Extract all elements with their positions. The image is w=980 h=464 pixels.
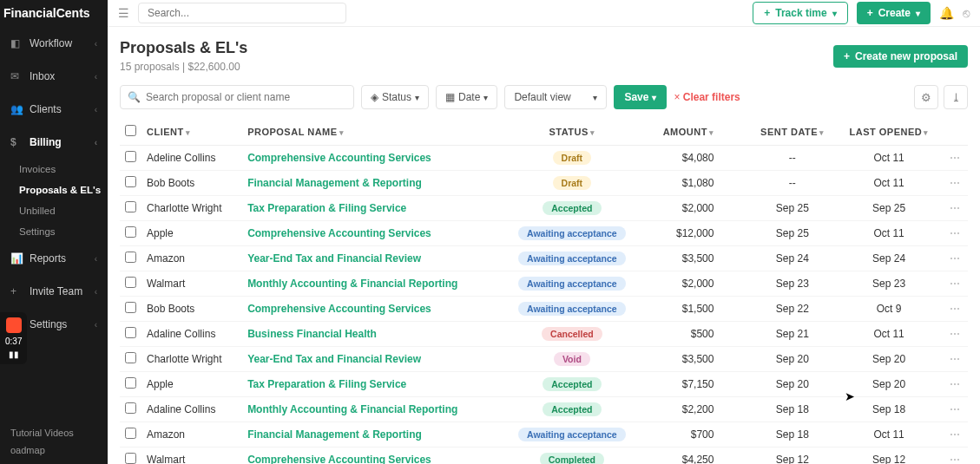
proposal-link[interactable]: Comprehensive Accounting Services xyxy=(247,152,431,164)
cell-sent: Sep 20 xyxy=(748,372,836,397)
proposal-link[interactable]: Business Financial Health xyxy=(247,328,377,340)
row-checkbox[interactable] xyxy=(125,428,136,439)
pause-icon[interactable]: ▮▮ xyxy=(9,350,19,359)
cell-amount: $4,080 xyxy=(641,146,749,171)
create-button[interactable]: +Create▾ xyxy=(857,2,931,24)
row-checkbox[interactable] xyxy=(125,302,136,313)
row-menu-button[interactable]: ⋯ xyxy=(942,322,968,347)
filter-date[interactable]: ▦Date▾ xyxy=(436,85,497,109)
cell-sent: Sep 20 xyxy=(748,347,836,372)
proposal-link[interactable]: Monthly Accounting & Financial Reporting xyxy=(247,403,457,415)
filter-search[interactable]: 🔍 xyxy=(120,85,354,109)
proposal-link[interactable]: Financial Management & Reporting xyxy=(247,428,422,441)
cell-amount: $12,000 xyxy=(641,221,749,246)
sidebar-item-billing[interactable]: $Billing‹ xyxy=(0,126,108,159)
row-checkbox[interactable] xyxy=(125,176,136,187)
col-sent[interactable]: SENT DATE▾ xyxy=(748,118,836,146)
cell-client: Charlotte Wright xyxy=(141,347,242,372)
row-menu-button[interactable]: ⋯ xyxy=(942,221,968,246)
screen-recorder[interactable]: 0:37 ▮▮ xyxy=(0,312,27,364)
sidebar-item-workflow[interactable]: ◧Workflow‹ xyxy=(0,27,108,60)
chevron-down-icon: ▾ xyxy=(483,93,488,102)
track-time-button[interactable]: +Track time▾ xyxy=(753,2,847,24)
tutorial-videos-link[interactable]: Tutorial Videos xyxy=(10,428,97,438)
row-menu-button[interactable]: ⋯ xyxy=(942,347,968,372)
sidebar-item-reports[interactable]: 📊Reports‹ xyxy=(0,242,108,275)
sort-icon: ▾ xyxy=(590,128,595,137)
sidebar-sub-invoices[interactable]: Invoices xyxy=(0,159,108,180)
sidebar-item-inbox[interactable]: ✉Inbox‹ xyxy=(0,60,108,93)
global-search-input[interactable] xyxy=(138,3,346,23)
sidebar-sub-unbilled[interactable]: Unbilled xyxy=(0,200,108,221)
sidebar-label: Settings xyxy=(30,318,67,330)
sidebar: ◧Workflow‹✉Inbox‹👥Clients‹$Billing‹Invoi… xyxy=(0,27,108,464)
proposal-link[interactable]: Financial Management & Reporting xyxy=(247,177,422,189)
record-icon xyxy=(6,317,22,333)
row-menu-button[interactable]: ⋯ xyxy=(942,422,968,448)
proposal-link[interactable]: Monthly Accounting & Financial Reporting xyxy=(247,278,457,290)
col-last[interactable]: LAST OPENED▾ xyxy=(836,118,942,146)
proposal-link[interactable]: Tax Preparation & Filing Service xyxy=(247,378,406,390)
row-menu-button[interactable]: ⋯ xyxy=(942,196,968,221)
sidebar-sub-settings[interactable]: Settings xyxy=(0,221,108,242)
logout-icon[interactable]: ⎋ xyxy=(963,6,970,20)
download-icon[interactable]: ⤓ xyxy=(944,85,968,109)
table-row: Adaline CollinsMonthly Accounting & Fina… xyxy=(120,397,968,422)
sidebar-item-invite-team[interactable]: +Invite Team‹ xyxy=(0,275,108,308)
row-menu-button[interactable]: ⋯ xyxy=(942,171,968,196)
sidebar-sub-proposals-el-s[interactable]: Proposals & EL's xyxy=(0,180,108,200)
proposal-link[interactable]: Comprehensive Accounting Services xyxy=(247,303,431,315)
col-client[interactable]: CLIENT▾ xyxy=(141,118,242,146)
row-checkbox[interactable] xyxy=(125,453,136,464)
cell-client: Charlotte Wright xyxy=(141,196,242,221)
cell-client: Walmart xyxy=(141,448,242,465)
select-all-checkbox[interactable] xyxy=(125,125,136,136)
cell-last: Oct 11 xyxy=(836,422,942,448)
status-badge: Awaiting acceptance xyxy=(518,226,626,240)
bell-icon[interactable]: 🔔 xyxy=(939,6,954,20)
row-menu-button[interactable]: ⋯ xyxy=(942,397,968,422)
row-checkbox[interactable] xyxy=(125,252,136,263)
row-checkbox[interactable] xyxy=(125,226,136,238)
cell-amount: $500 xyxy=(641,322,749,347)
row-checkbox[interactable] xyxy=(125,151,136,162)
cell-amount: $4,250 xyxy=(641,448,749,465)
row-menu-button[interactable]: ⋯ xyxy=(942,146,968,171)
row-menu-button[interactable]: ⋯ xyxy=(942,297,968,322)
row-checkbox[interactable] xyxy=(125,377,136,389)
cell-last: Oct 11 xyxy=(836,146,942,171)
row-checkbox[interactable] xyxy=(125,277,136,288)
filter-search-input[interactable] xyxy=(146,91,346,103)
menu-icon[interactable]: ☰ xyxy=(118,6,129,20)
row-menu-button[interactable]: ⋯ xyxy=(942,271,968,297)
save-button[interactable]: Save▾ xyxy=(614,85,667,109)
row-checkbox[interactable] xyxy=(125,352,136,363)
filter-status[interactable]: ◈Status▾ xyxy=(361,85,429,109)
proposal-link[interactable]: Year-End Tax and Financial Review xyxy=(247,252,421,265)
view-selector[interactable]: Default view▾ xyxy=(504,85,607,109)
cell-amount: $3,500 xyxy=(641,347,749,372)
settings-icon[interactable]: ⚙ xyxy=(914,85,938,109)
row-menu-button[interactable]: ⋯ xyxy=(942,246,968,271)
chevron-down-icon: ▾ xyxy=(916,9,920,18)
col-status[interactable]: STATUS▾ xyxy=(503,118,641,146)
col-proposal[interactable]: PROPOSAL NAME▾ xyxy=(242,118,503,146)
row-checkbox[interactable] xyxy=(125,327,136,338)
proposal-link[interactable]: Year-End Tax and Financial Review xyxy=(247,353,421,365)
row-checkbox[interactable] xyxy=(125,201,136,212)
col-amount[interactable]: AMOUNT▾ xyxy=(641,118,749,146)
clear-filters-button[interactable]: × Clear filters xyxy=(674,91,740,103)
proposal-link[interactable]: Comprehensive Accounting Services xyxy=(247,227,431,239)
roadmap-link[interactable]: oadmap xyxy=(10,445,97,455)
proposal-link[interactable]: Tax Preparation & Filing Service xyxy=(247,202,406,214)
row-menu-button[interactable]: ⋯ xyxy=(942,448,968,465)
proposal-link[interactable]: Comprehensive Accounting Services xyxy=(247,454,431,464)
row-checkbox[interactable] xyxy=(125,402,136,414)
row-menu-button[interactable]: ⋯ xyxy=(942,372,968,397)
status-badge: Awaiting acceptance xyxy=(518,302,626,316)
table-row: AppleTax Preparation & Filing ServiceAcc… xyxy=(120,372,968,397)
sidebar-item-clients[interactable]: 👥Clients‹ xyxy=(0,93,108,126)
cell-sent: Sep 21 xyxy=(748,322,836,347)
create-new-proposal-button[interactable]: +Create new proposal xyxy=(833,45,968,68)
cell-amount: $3,500 xyxy=(641,246,749,271)
